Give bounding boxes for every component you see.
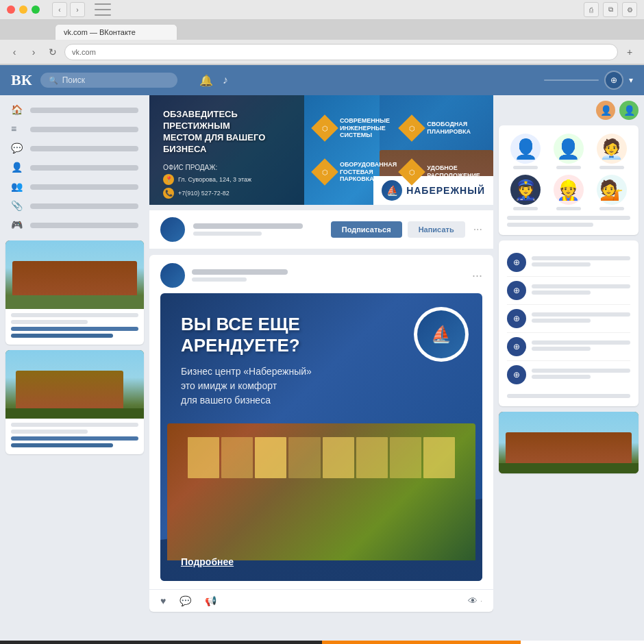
message-button[interactable]: Написать bbox=[408, 221, 465, 238]
list-icon-3: ⊕ bbox=[507, 309, 526, 328]
minimize-button[interactable] bbox=[19, 5, 27, 14]
ad-banner-main[interactable]: ВЫ ВСЕ ЕЩЕ АРЕНДУЕТЕ? Бизнес центр «Набе… bbox=[160, 293, 482, 581]
music-icon[interactable]: ♪ bbox=[223, 74, 228, 87]
like-button[interactable]: ♥ bbox=[160, 595, 166, 606]
notifications-icon[interactable]: 🔔 bbox=[199, 74, 213, 87]
ad-content: ВЫ ВСЕ ЕЩЕ АРЕНДУЕТЕ? Бизнес центр «Набе… bbox=[160, 293, 482, 581]
sidebar-item-label bbox=[30, 223, 138, 228]
vk-right-sidebar: 👤 👤 👤 👤 bbox=[493, 95, 644, 641]
avatar-name-1 bbox=[513, 166, 538, 169]
group-subtitle bbox=[193, 232, 262, 236]
sidebar-item-home[interactable]: 🏠 bbox=[5, 101, 144, 120]
forward-button[interactable]: › bbox=[70, 2, 85, 17]
comment-icon: 💬 bbox=[179, 595, 191, 606]
right-list-item-5[interactable]: ⊕ bbox=[507, 361, 630, 388]
vk-header-right: ⊕ ▾ bbox=[544, 71, 633, 90]
post-author-logo[interactable] bbox=[160, 263, 185, 288]
avatar-item-3[interactable]: 🧑‍💼 bbox=[593, 134, 630, 169]
browser-titlebar: ‹ › ⎙ ⧉ ⚙ bbox=[0, 0, 644, 19]
avatar-circle-3: 🧑‍💼 bbox=[597, 134, 627, 164]
comment-button[interactable]: 💬 bbox=[179, 595, 191, 606]
post-actions: ♥ 💬 📢 👁 · bbox=[149, 589, 493, 612]
post-menu-button[interactable]: ··· bbox=[472, 269, 482, 283]
sidebar-item-messages[interactable]: 💬 bbox=[5, 139, 144, 158]
avatar-small-1[interactable]: 👤 bbox=[596, 101, 615, 120]
right-building-card[interactable] bbox=[499, 412, 639, 473]
vk-body: 🏠 ≡ 💬 👤 👥 bbox=[0, 95, 644, 641]
back-button[interactable]: ‹ bbox=[52, 2, 67, 17]
subscribe-button[interactable]: Подписаться bbox=[331, 221, 402, 238]
banner-office-info: ОФИС ПРОДАЖ: 📍 Гл. Суворова, 124, 3 этаж… bbox=[163, 164, 290, 199]
post-meta bbox=[192, 269, 465, 282]
right-list-item-4[interactable]: ⊕ bbox=[507, 333, 630, 361]
sidebar-card-1[interactable] bbox=[5, 240, 144, 345]
vk-logo[interactable]: ВК bbox=[11, 71, 32, 89]
forward-toolbar-button[interactable]: › bbox=[26, 45, 41, 60]
friends-icon: 👥 bbox=[11, 181, 23, 193]
back-toolbar-button[interactable]: ‹ bbox=[7, 45, 22, 60]
feature-diamond-icon: ⬡ bbox=[311, 158, 338, 186]
sidebar-item-photos[interactable]: 📎 bbox=[5, 197, 144, 216]
address-bar[interactable]: vk.com bbox=[64, 44, 618, 60]
banner-text: ОБЗАВЕДИТЕСЬ ПРЕСТИЖНЫМ МЕСТОМ ДЛЯ ВАШЕГ… bbox=[163, 109, 290, 199]
card-line-blue bbox=[11, 327, 138, 331]
feature-planning: ⬡ СВОБОДНАЯПЛАНИРОВКА bbox=[402, 109, 482, 147]
sidebar-card-1-image bbox=[5, 240, 144, 309]
sidebar-item-label bbox=[30, 203, 138, 209]
list-icon-2: ⊕ bbox=[507, 281, 526, 300]
sidebar-item-friends[interactable]: 👥 bbox=[5, 177, 144, 197]
ad-more-link[interactable]: Подробнее bbox=[181, 556, 234, 567]
fullscreen-button[interactable] bbox=[32, 5, 40, 14]
card-footer-line-2 bbox=[507, 223, 593, 227]
avatar-item-6[interactable]: 💁 bbox=[593, 175, 630, 210]
sidebar-card-2-content bbox=[5, 419, 144, 454]
profile-action-buttons: Подписаться Написать bbox=[331, 221, 465, 238]
reload-button[interactable]: ↻ bbox=[45, 45, 60, 60]
close-button[interactable] bbox=[7, 5, 15, 14]
right-list-item-3[interactable]: ⊕ bbox=[507, 305, 630, 333]
banner-office-address: 📍 Гл. Суворова, 124, 3 этаж bbox=[163, 174, 290, 185]
ad-logo-circle: ⛵ bbox=[414, 307, 469, 362]
views-icon: 👁 bbox=[468, 595, 478, 606]
new-tab-button[interactable]: + bbox=[622, 45, 637, 60]
avatar-name-2 bbox=[556, 166, 581, 169]
sidebar-item-label bbox=[30, 184, 138, 190]
search-placeholder: Поиск bbox=[62, 75, 85, 85]
sidebar-item-profile[interactable]: 👤 bbox=[5, 158, 144, 177]
group-logo bbox=[160, 217, 185, 242]
profile-icon: 👤 bbox=[11, 162, 23, 174]
share-button[interactable]: ⎙ bbox=[584, 2, 599, 17]
user-avatar[interactable]: ⊕ bbox=[604, 71, 623, 90]
chevron-down-icon[interactable]: ▾ bbox=[629, 75, 633, 85]
footer-homework-logo[interactable]: ⊕ HomeWork RU bbox=[521, 641, 644, 644]
banner-left: ОБЗАВЕДИТЕСЬ ПРЕСТИЖНЫМ МЕСТОМ ДЛЯ ВАШЕГ… bbox=[149, 95, 304, 205]
sidebar-item-games[interactable]: 🎮 bbox=[5, 216, 144, 235]
share-icon: 📢 bbox=[205, 595, 216, 606]
messages-icon: 💬 bbox=[11, 143, 23, 155]
more-options-button[interactable]: ··· bbox=[473, 223, 482, 236]
avatar-small-2[interactable]: 👤 bbox=[619, 101, 639, 120]
card-footer-line bbox=[507, 216, 630, 220]
feature-planning-text: СВОБОДНАЯПЛАНИРОВКА bbox=[427, 121, 471, 136]
card-line bbox=[11, 320, 88, 324]
right-list-item-1[interactable]: ⊕ bbox=[507, 249, 630, 277]
sidebar-item-label bbox=[30, 127, 138, 132]
avatar-item-5[interactable]: 👷 bbox=[550, 175, 588, 210]
tab-button[interactable]: ⧉ bbox=[603, 2, 618, 17]
sidebar-item-news[interactable]: ≡ bbox=[5, 120, 144, 139]
sidebar-item-label bbox=[30, 165, 138, 171]
avatar-item-1[interactable]: 👤 bbox=[507, 134, 545, 169]
card-line-blue bbox=[11, 334, 113, 338]
avatar-item-4[interactable]: 👮 bbox=[507, 175, 545, 210]
sidebar-card-2[interactable] bbox=[5, 350, 144, 454]
right-list-item-2[interactable]: ⊕ bbox=[507, 277, 630, 305]
vk-search-bar[interactable]: 🔍 Поиск bbox=[40, 73, 177, 88]
avatar-circle-4: 👮 bbox=[510, 175, 541, 205]
feature-location-text: УДОБНОЕРАСПОЛОЖЕНИЕ bbox=[427, 164, 480, 179]
banner-advertisement[interactable]: ОБЗАВЕДИТЕСЬ ПРЕСТИЖНЫМ МЕСТОМ ДЛЯ ВАШЕГ… bbox=[149, 95, 493, 205]
right-avatars-card: 👤 👤 🧑‍💼 bbox=[499, 125, 639, 235]
active-tab[interactable]: vk.com — ВКонтакте bbox=[55, 24, 177, 40]
settings-button[interactable]: ⚙ bbox=[622, 2, 637, 17]
avatar-item-2[interactable]: 👤 bbox=[550, 134, 588, 169]
share-post-button[interactable]: 📢 bbox=[205, 595, 216, 606]
